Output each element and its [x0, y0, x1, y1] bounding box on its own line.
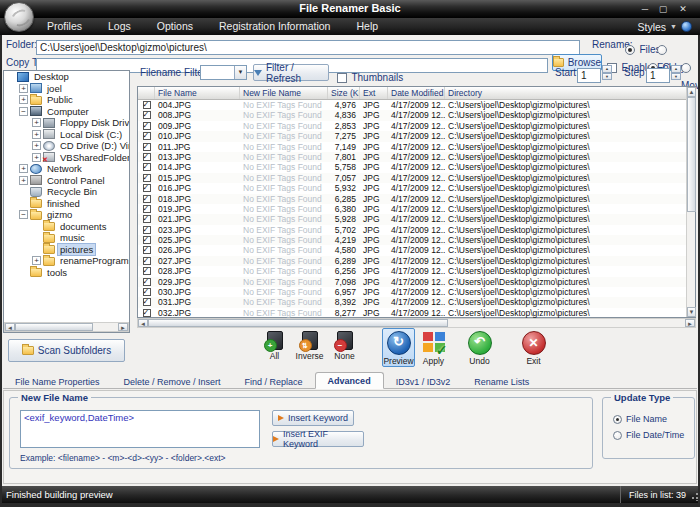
tree-item[interactable]: + CD Drive (D:) VirtualBox Guest [30, 140, 129, 152]
row-checkbox[interactable] [143, 101, 151, 109]
table-row[interactable]: 029.JPG No EXIF Tags Found 7,098 JPG 4/1… [138, 277, 695, 287]
row-checkbox[interactable] [143, 205, 151, 213]
row-checkbox[interactable] [143, 111, 151, 119]
scrollbar-thumb[interactable] [687, 97, 696, 212]
row-checkbox-cell[interactable] [138, 183, 155, 193]
table-horizontal-scrollbar[interactable]: ◄ ► [137, 318, 696, 328]
tree-item[interactable]: documents [30, 221, 129, 233]
tree-item[interactable]: Recycle Bin [17, 186, 129, 198]
row-checkbox-cell[interactable] [138, 277, 155, 287]
table-row[interactable]: 004.JPG No EXIF Tags Found 4,976 JPG 4/1… [138, 100, 695, 110]
row-checkbox[interactable] [143, 184, 151, 192]
table-row[interactable]: 016.JPG No EXIF Tags Found 5,932 JPG 4/1… [138, 183, 695, 193]
table-row[interactable]: 030.JPG No EXIF Tags Found 6,957 JPG 4/1… [138, 287, 695, 297]
table-row[interactable]: 018.JPG No EXIF Tags Found 6,285 JPG 4/1… [138, 194, 695, 204]
row-checkbox-cell[interactable] [138, 235, 155, 245]
tree-item[interactable]: − gizmo [17, 209, 129, 221]
scroll-left-icon[interactable]: ◄ [138, 319, 148, 327]
scan-subfolders-button[interactable]: Scan Subfolders [8, 339, 125, 362]
row-checkbox[interactable] [143, 163, 151, 171]
tree-item[interactable]: + Local Disk (C:) [30, 129, 129, 141]
scroll-down-icon[interactable]: ▼ [687, 307, 696, 317]
tree-item[interactable]: − Computer [17, 106, 129, 118]
tree-expander-icon[interactable]: + [32, 118, 41, 127]
tree-item[interactable]: + VBSharedFolder (\\vboxsvr) (Z [30, 152, 129, 164]
tree-item[interactable]: + Floppy Disk Drive (A:) [30, 117, 129, 129]
row-checkbox-cell[interactable] [138, 297, 155, 307]
action-button[interactable]: Inverse [293, 328, 326, 367]
row-checkbox-cell[interactable] [138, 121, 155, 131]
spin-up-icon[interactable]: ▲ [671, 65, 681, 73]
table-row[interactable]: 011.JPG No EXIF Tags Found 7,149 JPG 4/1… [138, 142, 695, 152]
spin-down-icon[interactable]: ▼ [602, 73, 612, 81]
action-button[interactable]: Exit [517, 328, 550, 367]
insert-exif-keyword-button[interactable]: Insert EXIF Keyword [272, 431, 364, 447]
row-checkbox-cell[interactable] [138, 214, 155, 224]
close-icon[interactable]: ✕ [676, 3, 690, 15]
tree-item[interactable]: + Control Panel [17, 175, 129, 187]
tree-item[interactable]: + Network [17, 163, 129, 175]
table-row[interactable]: 031.JPG No EXIF Tags Found 8,392 JPG 4/1… [138, 297, 695, 307]
row-checkbox-cell[interactable] [138, 266, 155, 276]
header-file-name[interactable]: File Name [155, 87, 240, 99]
tree-expander-icon[interactable]: + [19, 84, 28, 93]
table-vertical-scrollbar[interactable]: ▲ ▼ [686, 87, 695, 317]
menu-item[interactable]: Profiles [34, 18, 95, 35]
table-row[interactable]: 023.JPG No EXIF Tags Found 5,702 JPG 4/1… [138, 225, 695, 235]
row-checkbox-cell[interactable] [138, 173, 155, 183]
maximize-icon[interactable]: ▢ [656, 3, 670, 15]
update-file-datetime-radio[interactable] [613, 431, 622, 440]
tree-expander-icon[interactable]: + [19, 164, 28, 173]
header-directory[interactable]: Directory [445, 87, 695, 99]
tree-horizontal-scrollbar[interactable]: ◄ ► [4, 322, 129, 332]
table-row[interactable]: 008.JPG No EXIF Tags Found 4,836 JPG 4/1… [138, 110, 695, 120]
table-row[interactable]: 028.JPG No EXIF Tags Found 6,256 JPG 4/1… [138, 266, 695, 276]
row-checkbox[interactable] [143, 298, 151, 306]
thumbnails-checkbox[interactable] [337, 73, 347, 83]
header-date-modified[interactable]: Date Modified [388, 87, 445, 99]
tree-expander-icon[interactable]: − [19, 107, 28, 116]
scrollbar-thumb[interactable] [148, 319, 448, 327]
tree-item[interactable]: music [30, 232, 129, 244]
action-button[interactable]: Preview [382, 328, 415, 367]
header-checkbox-column[interactable] [138, 87, 155, 99]
action-button[interactable]: Undo [463, 328, 496, 367]
row-checkbox-cell[interactable] [138, 256, 155, 266]
row-checkbox[interactable] [143, 195, 151, 203]
row-checkbox-cell[interactable] [138, 225, 155, 235]
row-checkbox-cell[interactable] [138, 142, 155, 152]
row-checkbox[interactable] [143, 215, 151, 223]
row-checkbox-cell[interactable] [138, 100, 155, 110]
scroll-right-icon[interactable]: ► [118, 323, 128, 331]
scroll-right-icon[interactable]: ► [685, 319, 695, 327]
filename-filter-combobox[interactable]: ▼ [200, 65, 247, 80]
step-input[interactable] [646, 68, 670, 83]
menu-item[interactable]: Logs [95, 18, 144, 35]
row-checkbox[interactable] [143, 309, 151, 317]
row-checkbox-cell[interactable] [138, 162, 155, 172]
scrollbar-thumb[interactable] [15, 323, 93, 331]
row-checkbox-cell[interactable] [138, 194, 155, 204]
row-checkbox[interactable] [143, 246, 151, 254]
table-row[interactable]: 010.JPG No EXIF Tags Found 7,275 JPG 4/1… [138, 131, 695, 141]
row-checkbox[interactable] [143, 226, 151, 234]
row-checkbox[interactable] [143, 174, 151, 182]
resize-grip[interactable] [690, 493, 698, 501]
scroll-up-icon[interactable]: ▲ [687, 87, 696, 97]
tab[interactable]: ID3v1 / ID3v2 [384, 374, 463, 389]
tree-item[interactable]: finished [17, 198, 129, 210]
row-checkbox-cell[interactable] [138, 204, 155, 214]
new-file-name-pattern-input[interactable]: <exif_keyword,DateTime> [20, 410, 260, 448]
row-checkbox[interactable] [143, 122, 151, 130]
row-checkbox[interactable] [143, 153, 151, 161]
tab[interactable]: Find / Replace [233, 374, 315, 389]
scroll-left-icon[interactable]: ◄ [5, 323, 15, 331]
tree-item[interactable]: tools [17, 267, 129, 279]
row-checkbox[interactable] [143, 267, 151, 275]
row-checkbox-cell[interactable] [138, 110, 155, 120]
table-row[interactable]: 026.JPG No EXIF Tags Found 4,580 JPG 4/1… [138, 245, 695, 255]
minimize-icon[interactable]: ─ [638, 3, 652, 15]
row-checkbox-cell[interactable] [138, 308, 155, 318]
table-row[interactable]: 014.JPG No EXIF Tags Found 5,758 JPG 4/1… [138, 162, 695, 172]
row-checkbox[interactable] [143, 143, 151, 151]
